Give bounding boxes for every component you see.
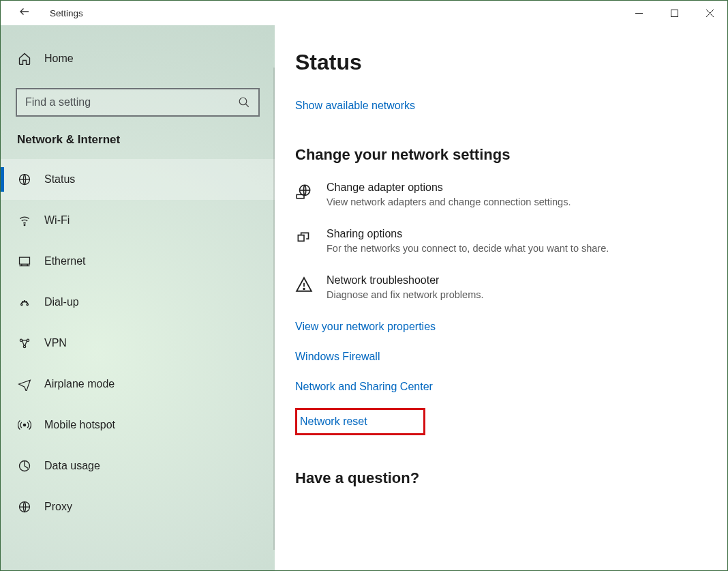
nav-item-label: Ethernet [44, 255, 85, 267]
option-title: Sharing options [327, 228, 609, 240]
svg-point-15 [22, 302, 23, 302]
svg-point-16 [26, 302, 27, 302]
sidebar-home[interactable]: Home [1, 39, 275, 78]
svg-point-12 [21, 304, 22, 306]
nav-item-label: VPN [44, 337, 67, 349]
proxy-icon [17, 500, 32, 514]
change-settings-heading: Change your network settings [295, 146, 711, 164]
globe-icon [17, 173, 32, 186]
option-sharing[interactable]: Sharing options For the networks you con… [295, 228, 711, 254]
vpn-icon [17, 336, 32, 350]
window-title: Settings [50, 8, 83, 18]
nav-item-label: Mobile hotspot [44, 419, 115, 431]
airplane-icon [17, 377, 32, 391]
show-networks-link[interactable]: Show available networks [295, 100, 415, 112]
option-desc: View network adapters and change connect… [327, 196, 571, 207]
titlebar: Settings [1, 1, 727, 25]
content-pane: Status Show available networks Change yo… [275, 25, 727, 570]
nav-item-label: Dial-up [44, 296, 79, 308]
nav-item-status[interactable]: Status [1, 159, 275, 200]
nav-item-ethernet[interactable]: Ethernet [1, 241, 275, 282]
warning-icon [295, 274, 314, 300]
hotspot-icon [17, 418, 32, 432]
firewall-link[interactable]: Windows Firewall [295, 351, 380, 363]
network-reset-highlight: Network reset [295, 408, 425, 435]
nav-item-label: Data usage [44, 460, 100, 472]
sharing-center-link[interactable]: Network and Sharing Center [295, 381, 433, 393]
search-input[interactable] [25, 89, 238, 115]
view-properties-link[interactable]: View your network properties [295, 321, 436, 333]
svg-point-14 [24, 301, 25, 302]
nav-item-wifi[interactable]: Wi-Fi [1, 200, 275, 241]
network-reset-link[interactable]: Network reset [300, 415, 367, 428]
category-label: Network & Internet [1, 129, 275, 159]
close-button[interactable] [692, 1, 727, 25]
option-adapter[interactable]: Change adapter options View network adap… [295, 181, 711, 207]
nav-item-hotspot[interactable]: Mobile hotspot [1, 405, 275, 445]
nav-item-vpn[interactable]: VPN [1, 323, 275, 364]
search-icon [238, 96, 250, 108]
adapter-icon [295, 181, 314, 207]
nav-item-label: Wi-Fi [44, 214, 70, 226]
minimize-button[interactable] [621, 1, 656, 25]
nav-item-label: Status [44, 173, 75, 186]
data-usage-icon [17, 459, 32, 473]
option-desc: Diagnose and fix network problems. [327, 289, 484, 300]
svg-point-13 [27, 304, 29, 306]
svg-point-4 [239, 98, 247, 105]
question-heading: Have a question? [295, 469, 711, 487]
sidebar: Home Network & Internet Status [1, 25, 275, 570]
nav-item-label: Proxy [44, 501, 72, 513]
wifi-icon [17, 214, 32, 227]
option-title: Change adapter options [327, 181, 571, 194]
option-desc: For the networks you connect to, decide … [327, 243, 609, 254]
ethernet-icon [17, 254, 32, 268]
svg-line-5 [245, 104, 249, 107]
option-title: Network troubleshooter [327, 274, 484, 287]
nav-list: Status Wi-Fi Ethernet Dial-up [1, 159, 275, 527]
maximize-button[interactable] [656, 1, 692, 25]
search-box[interactable] [16, 88, 260, 117]
svg-rect-8 [20, 257, 30, 264]
nav-item-dialup[interactable]: Dial-up [1, 282, 275, 323]
svg-point-7 [24, 224, 25, 226]
svg-point-26 [303, 289, 305, 290]
svg-point-19 [23, 345, 25, 347]
svg-point-20 [23, 424, 25, 426]
svg-rect-1 [671, 10, 678, 16]
nav-item-label: Airplane mode [44, 378, 115, 390]
option-troubleshooter[interactable]: Network troubleshooter Diagnose and fix … [295, 274, 711, 300]
nav-item-proxy[interactable]: Proxy [1, 486, 275, 527]
home-icon [17, 52, 32, 65]
nav-item-airplane[interactable]: Airplane mode [1, 364, 275, 405]
nav-item-datausage[interactable]: Data usage [1, 445, 275, 486]
back-button[interactable] [18, 5, 31, 20]
sharing-icon [295, 228, 314, 254]
page-title: Status [295, 50, 711, 75]
dialup-icon [17, 295, 32, 309]
sidebar-home-label: Home [44, 53, 74, 65]
